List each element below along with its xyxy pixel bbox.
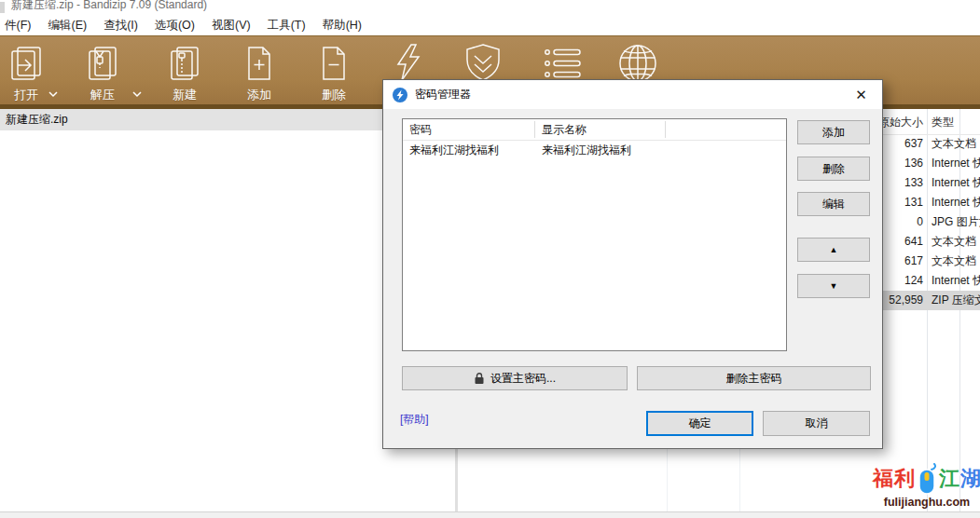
cancel-button[interactable]: 取消 xyxy=(763,411,870,436)
mouse-icon xyxy=(917,463,937,495)
table-header-password[interactable]: 密码 xyxy=(403,119,535,140)
new-archive-button[interactable]: 新建 xyxy=(160,42,209,103)
menu-file[interactable]: 件(F) xyxy=(0,18,39,34)
extract-dropdown-chevron[interactable] xyxy=(131,90,144,99)
menu-options[interactable]: 选项(O) xyxy=(146,18,203,34)
move-up-button[interactable]: ▲ xyxy=(797,238,870,262)
dialog-titlebar[interactable]: 密码管理器 ✕ xyxy=(383,80,882,109)
watermark-domain: fulijianghu.com xyxy=(877,496,976,509)
ok-button[interactable]: 确定 xyxy=(646,411,753,436)
watermark-char: 湖 xyxy=(960,469,980,489)
window-titlebar: 新建压缩.zip - Bandizip 7.09 (Standard) xyxy=(0,0,980,16)
watermark-char: 利 xyxy=(894,469,915,489)
menu-edit[interactable]: 编辑(E) xyxy=(39,18,95,34)
watermark-char: 江 xyxy=(939,469,959,489)
extract-icon xyxy=(83,42,122,85)
new-archive-icon xyxy=(165,42,204,85)
delete-files-button[interactable]: 删除 xyxy=(310,42,358,103)
bandizip-logo-icon xyxy=(393,88,407,102)
column-header-size[interactable]: 原始大小 xyxy=(878,115,923,130)
dialog-title: 密码管理器 xyxy=(415,87,471,102)
move-down-button[interactable]: ▼ xyxy=(797,274,870,298)
site-watermark: 福 利 江 湖 fulijianghu.com xyxy=(877,463,976,511)
edit-password-button[interactable]: 编辑 xyxy=(797,192,870,216)
delete-files-icon xyxy=(314,42,353,85)
help-link[interactable]: [帮助] xyxy=(400,412,429,428)
menu-view[interactable]: 视图(V) xyxy=(203,18,259,34)
remove-master-password-button[interactable]: 删除主密码 xyxy=(637,366,871,390)
open-dropdown-chevron[interactable] xyxy=(47,90,60,99)
open-archive-icon xyxy=(7,42,46,85)
menu-tools[interactable]: 工具(T) xyxy=(259,18,314,34)
status-bar xyxy=(0,511,980,518)
menu-find[interactable]: 查找(I) xyxy=(95,18,146,34)
menu-help[interactable]: 帮助(H) xyxy=(314,18,370,34)
add-files-button[interactable]: 添加 xyxy=(235,42,283,103)
delete-password-button[interactable]: 删除 xyxy=(797,157,870,181)
app-icon xyxy=(0,2,5,13)
add-files-icon xyxy=(240,42,279,85)
menu-bar: 件(F) 编辑(E) 查找(I) 选项(O) 视图(V) 工具(T) 帮助(H) xyxy=(0,16,980,35)
password-manager-dialog: 密码管理器 ✕ 密码 显示名称 来福利江湖找福利 来福利江湖找福利 添加 删除 … xyxy=(382,79,883,449)
close-icon[interactable]: ✕ xyxy=(840,80,882,109)
add-password-button[interactable]: 添加 xyxy=(797,120,870,144)
password-row[interactable]: 来福利江湖找福利 来福利江湖找福利 xyxy=(403,141,786,159)
table-header-display-name[interactable]: 显示名称 xyxy=(535,119,666,140)
set-master-password-button[interactable]: 设置主密码... xyxy=(402,366,628,390)
open-button[interactable]: 打开 xyxy=(2,42,50,103)
lock-icon xyxy=(474,372,485,385)
password-table[interactable]: 密码 显示名称 来福利江湖找福利 来福利江湖找福利 xyxy=(402,118,787,351)
extract-button[interactable]: 解压 xyxy=(78,42,127,103)
watermark-char: 福 xyxy=(873,469,893,489)
column-header-type[interactable]: 类型 xyxy=(932,115,954,130)
window-title: 新建压缩.zip - Bandizip 7.09 (Standard) xyxy=(11,0,207,13)
